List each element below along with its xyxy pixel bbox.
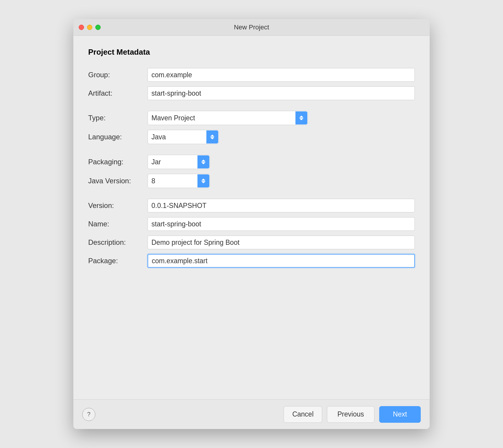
window-title: New Project <box>234 23 269 31</box>
help-button[interactable]: ? <box>82 408 95 421</box>
packaging-select-wrapper: Jar <box>148 155 210 169</box>
version-label: Version: <box>88 197 148 214</box>
type-label: Type: <box>88 110 148 126</box>
name-label: Name: <box>88 216 148 232</box>
java-version-select-wrapper: 8 <box>148 174 210 188</box>
artifact-field <box>148 84 415 102</box>
language-select[interactable]: Java <box>148 130 219 144</box>
next-button[interactable]: Next <box>379 406 421 423</box>
name-input[interactable] <box>148 217 415 231</box>
type-select-wrapper: Maven Project <box>148 111 308 125</box>
footer-left: ? <box>82 408 95 421</box>
titlebar: New Project <box>73 19 430 36</box>
cancel-button[interactable]: Cancel <box>284 406 322 423</box>
language-select-wrapper: Java <box>148 130 219 144</box>
language-field: Java <box>148 127 415 146</box>
java-version-field: 8 <box>148 171 415 190</box>
version-input[interactable] <box>148 199 415 212</box>
packaging-label: Packaging: <box>88 154 148 170</box>
help-icon: ? <box>87 411 90 418</box>
package-label: Package: <box>88 253 148 269</box>
group-input[interactable] <box>148 68 415 82</box>
name-field <box>148 215 415 233</box>
artifact-input[interactable] <box>148 86 415 100</box>
traffic-lights <box>79 25 101 30</box>
maximize-button[interactable] <box>95 25 101 30</box>
form-content: Project Metadata Group: Artifact: Type: … <box>73 36 430 399</box>
description-label: Description: <box>88 234 148 251</box>
packaging-select[interactable]: Jar <box>148 155 210 169</box>
artifact-label: Artifact: <box>88 85 148 102</box>
previous-button[interactable]: Previous <box>327 406 374 423</box>
type-field: Maven Project <box>148 108 415 127</box>
section-title: Project Metadata <box>88 48 415 57</box>
language-label: Language: <box>88 129 148 145</box>
java-version-select[interactable]: 8 <box>148 174 210 188</box>
minimize-button[interactable] <box>87 25 92 30</box>
new-project-window: New Project Project Metadata Group: Arti… <box>73 19 430 429</box>
package-field <box>148 252 415 270</box>
footer-right: Cancel Previous Next <box>284 406 421 423</box>
version-field <box>148 196 415 215</box>
description-field <box>148 233 415 252</box>
packaging-field: Jar <box>148 152 415 171</box>
type-select[interactable]: Maven Project <box>148 111 308 125</box>
footer: ? Cancel Previous Next <box>73 399 430 429</box>
group-label: Group: <box>88 67 148 83</box>
form-grid: Group: Artifact: Type: Maven Project <box>88 66 415 270</box>
group-field <box>148 66 415 84</box>
package-input[interactable] <box>148 254 415 268</box>
close-button[interactable] <box>79 25 84 30</box>
java-version-label: Java Version: <box>88 173 148 189</box>
description-input[interactable] <box>148 236 415 249</box>
